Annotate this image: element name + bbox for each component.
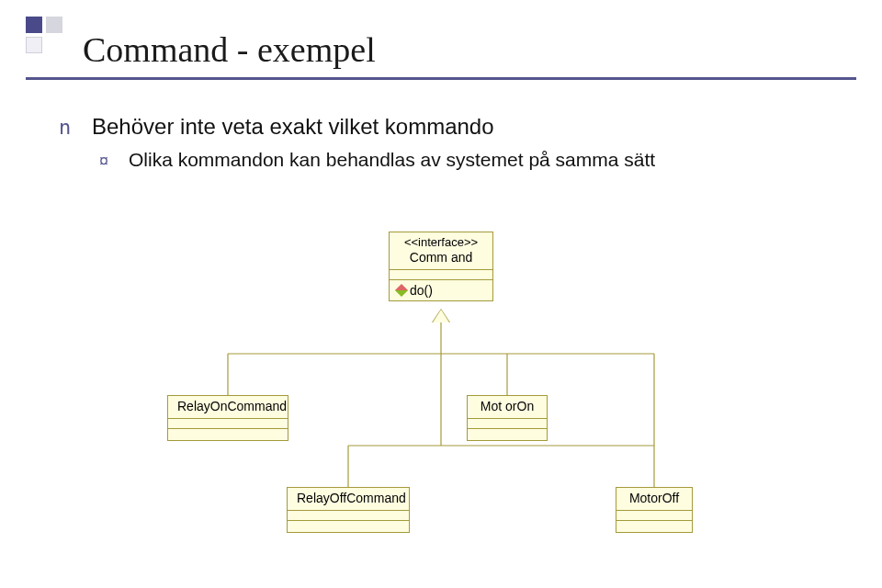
class-motor-off: MotorOff: [616, 487, 693, 533]
class-interface-command: <<interface>> Comm and do(): [389, 232, 493, 301]
deco-square: [26, 17, 42, 33]
bullet-list: n Behöver inte veta exakt vilket kommand…: [59, 114, 655, 171]
deco-square: [26, 37, 42, 53]
class-operations: [468, 429, 547, 440]
class-name: RelayOnCommand: [168, 396, 288, 419]
class-operations: do(): [390, 280, 492, 300]
class-name-text: MotorOff: [629, 491, 679, 505]
stereotype-label: <<interface>>: [399, 235, 483, 250]
class-name-text: Mot orOn: [481, 399, 534, 413]
slide-deco: [26, 17, 72, 62]
class-attributes: [390, 270, 492, 280]
class-name: MotorOff: [616, 488, 692, 511]
class-attributes: [468, 419, 547, 429]
bullet-text: Olika kommandon kan behandlas av systeme…: [129, 149, 655, 171]
bullet-level-1: n Behöver inte veta exakt vilket kommand…: [59, 114, 655, 140]
operation: do(): [397, 283, 485, 298]
page-title: Command - exempel: [83, 29, 376, 70]
class-name: Mot orOn: [468, 396, 547, 419]
operation-name: do(): [410, 283, 433, 298]
visibility-icon: [395, 284, 408, 297]
class-name: <<interface>> Comm and: [390, 232, 492, 270]
class-name-text: RelayOnCommand: [177, 399, 287, 413]
title-underline: [26, 77, 856, 80]
bullet-text: Behöver inte veta exakt vilket kommando: [92, 114, 494, 140]
class-name: RelayOffCommand: [288, 488, 409, 511]
class-relay-off-command: RelayOffCommand: [287, 487, 410, 533]
class-name-text: Comm and: [410, 250, 472, 265]
bullet-mark: n: [59, 116, 75, 139]
deco-square: [46, 17, 62, 33]
class-attributes: [168, 419, 288, 429]
class-operations: [616, 521, 692, 532]
uml-diagram: <<interface>> Comm and do() RelayOnComma…: [0, 220, 882, 588]
class-attributes: [616, 511, 692, 521]
bullet-level-2: ¤ Olika kommandon kan behandlas av syste…: [99, 149, 655, 171]
class-relay-on-command: RelayOnCommand: [167, 395, 288, 441]
class-motor-on: Mot orOn: [467, 395, 548, 441]
class-operations: [288, 521, 409, 532]
bullet-mark: ¤: [99, 152, 112, 171]
generalization-arrowhead-fill: [433, 310, 449, 322]
class-attributes: [288, 511, 409, 521]
class-name-text: RelayOffCommand: [297, 491, 406, 505]
class-operations: [168, 429, 288, 440]
